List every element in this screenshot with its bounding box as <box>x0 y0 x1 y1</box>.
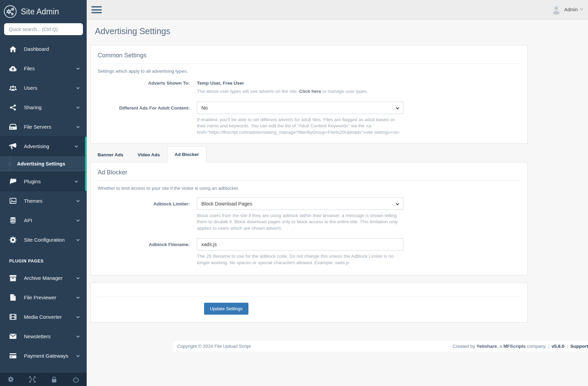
panel-subtitle: Whether to limit access to your site if … <box>98 186 521 191</box>
sidebar-item-dashboard[interactable]: Dashboard <box>0 39 87 59</box>
fullscreen-icon[interactable] <box>22 373 44 386</box>
chevron-down-icon <box>76 238 80 241</box>
sidebar-item-files[interactable]: Files <box>0 59 87 78</box>
yetishare-link[interactable]: Yetishare <box>476 344 497 349</box>
sidebar-item-advertising[interactable]: Advertising <box>0 137 87 156</box>
mfscripts-link[interactable]: MFScripts <box>503 344 526 349</box>
menu-toggle-icon[interactable] <box>91 6 102 14</box>
chevron-down-icon <box>76 354 80 357</box>
plugin-pages-section-label: PLUGIN PAGES <box>9 259 87 263</box>
support-link[interactable]: Support <box>570 344 588 349</box>
home-icon <box>9 46 17 52</box>
sidebar-item-label: File Servers <box>24 124 51 130</box>
submenu-bullet-icon <box>8 162 12 166</box>
panel-subtitle: Settings which apply to all advertising … <box>98 69 521 74</box>
lock-icon[interactable] <box>43 373 65 386</box>
sidebar-item-label: Payment Gateways <box>24 353 68 359</box>
sidebar-item-label: Dashboard <box>24 46 49 52</box>
sidebar-item-label: Themes <box>24 198 42 204</box>
chevron-down-icon <box>76 276 80 279</box>
field-help: The above user types will see adverts on… <box>197 88 403 95</box>
sidebar-item-file-previewer[interactable]: File Previewer <box>0 288 87 307</box>
sidebar-item-site-configuration[interactable]: Site Configuration <box>0 230 87 249</box>
archive-box-icon <box>9 275 17 281</box>
sidebar-item-label: Site Configuration <box>24 237 64 243</box>
adblock-limiter-select[interactable]: Block Download Pages <box>197 198 403 210</box>
chevron-down-icon <box>76 334 80 338</box>
settings-gear-icon[interactable] <box>0 373 22 386</box>
sidebar-item-sharing[interactable]: Sharing <box>0 98 87 117</box>
adverts-shown-to-value: Temp User, Free User <box>197 81 403 86</box>
field-help: The JS filename to use for the adblock c… <box>197 253 403 266</box>
update-settings-button[interactable]: Update Settings <box>204 303 248 315</box>
sidebar-item-archive-manager[interactable]: Archive Manager <box>0 268 87 288</box>
hard-drive-icon <box>9 124 17 130</box>
tab-banner-ads[interactable]: Banner Ads <box>90 147 130 162</box>
adblock-limiter-row: Adblock Limiter: Block Download Pages Bl… <box>97 198 521 232</box>
sidebar-item-themes[interactable]: Themes <box>0 191 87 211</box>
sidebar-item-label: Users <box>24 85 37 91</box>
sidebar-item-plugins[interactable]: Plugins <box>0 172 87 191</box>
field-label: Adverts Shown To: <box>97 81 197 95</box>
sidebar-item-newsletters[interactable]: Newsletters <box>0 327 87 346</box>
logo-row[interactable]: Site Admin <box>0 0 87 20</box>
credit-card-icon <box>9 353 17 358</box>
quick-search-input[interactable] <box>4 23 83 35</box>
chevron-down-icon <box>76 199 80 202</box>
panel-title: Common Settings <box>97 50 521 64</box>
sidebar-item-label: Files <box>24 66 35 71</box>
chevron-down-icon <box>76 295 80 299</box>
tab-video-ads[interactable]: Video Ads <box>130 147 167 162</box>
sidebar-item-media-converter[interactable]: Media Converter <box>0 307 87 327</box>
sidebar-item-label: Newsletters <box>24 333 51 339</box>
megaphone-icon <box>9 143 17 149</box>
topbar: Admin <box>87 0 588 20</box>
chevron-down-icon <box>76 125 80 128</box>
adblock-filename-row: Adblock Filename: The JS filename to use… <box>97 238 521 266</box>
chevron-down-icon <box>396 202 399 205</box>
sidebar-footer-toolbar <box>0 373 87 386</box>
adverts-shown-to-row: Adverts Shown To: Temp User, Free User T… <box>97 81 521 95</box>
database-icon <box>9 217 17 224</box>
chevron-down-icon <box>76 86 80 89</box>
sidebar-item-label: API <box>24 217 32 223</box>
file-icon <box>9 294 17 301</box>
sidebar-subitem-advertising-settings[interactable]: Advertising Settings <box>0 156 87 172</box>
panel-title: Ad Blocker <box>97 167 521 181</box>
image-icon <box>9 198 17 204</box>
field-label: Adblock Filename: <box>97 238 197 266</box>
chevron-down-icon <box>76 218 80 221</box>
power-icon[interactable] <box>65 373 87 386</box>
gear-icon <box>9 237 17 243</box>
ad-blocker-panel: Ad Blocker Whether to limit access to yo… <box>90 162 528 275</box>
chevron-down-icon <box>580 7 583 10</box>
selected-value: Block Download Pages <box>201 201 252 206</box>
chevron-down-icon <box>75 179 78 183</box>
page-title: Advertising Settings <box>95 26 528 36</box>
credits-text: Created by Yetishare, a MFScripts compan… <box>453 344 588 349</box>
click-here-link[interactable]: Click here <box>299 89 321 94</box>
sidebar-nav: Dashboard Files Users Sharing <box>0 39 87 385</box>
sidebar-item-file-servers[interactable]: File Servers <box>0 117 87 137</box>
chevron-down-icon <box>76 315 80 318</box>
sidebar-item-users[interactable]: Users <box>0 78 87 98</box>
sidebar-item-label: Media Converter <box>24 314 62 320</box>
avatar <box>551 4 561 15</box>
adblock-filename-input[interactable] <box>197 238 403 251</box>
sidebar-item-payment-gateways[interactable]: Payment Gateways <box>0 346 87 366</box>
film-icon <box>9 314 17 320</box>
user-name: Admin <box>564 7 578 12</box>
sidebar-item-label: Plugins <box>24 178 41 184</box>
sidebar-item-label: Archive Manager <box>24 275 62 281</box>
chevron-down-icon <box>76 105 80 109</box>
plug-icon <box>9 178 17 185</box>
tab-ad-blocker[interactable]: Ad Blocker <box>167 146 206 162</box>
adult-content-select[interactable]: No <box>197 102 403 114</box>
version-text: v5.6.0 <box>551 344 564 349</box>
sidebar-item-api[interactable]: API <box>0 211 87 230</box>
common-settings-panel: Common Settings Settings which apply to … <box>90 45 528 144</box>
chevron-down-icon <box>396 106 399 109</box>
sidebar-item-label: File Previewer <box>24 295 56 300</box>
chevron-down-icon <box>75 144 78 147</box>
user-menu[interactable]: Admin <box>551 4 583 15</box>
